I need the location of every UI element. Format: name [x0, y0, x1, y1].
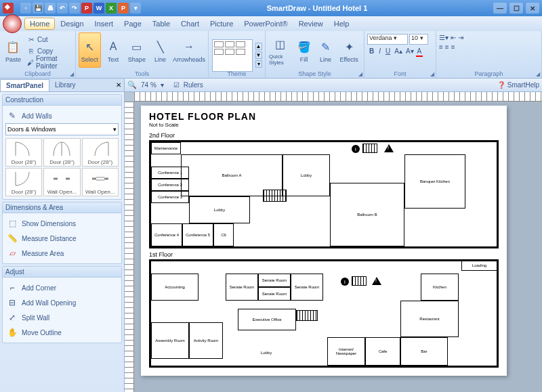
select-button[interactable]: ↖Select: [79, 32, 101, 68]
tab-help[interactable]: Help: [329, 18, 355, 30]
tab-design[interactable]: Design: [55, 18, 89, 30]
format-painter-button[interactable]: 🖌Format Painter: [25, 57, 72, 68]
maximize-button[interactable]: ☐: [509, 3, 523, 14]
arrowheads-button[interactable]: →Arrowheads: [173, 32, 205, 68]
app-menu-button[interactable]: [3, 14, 22, 33]
tab-picture[interactable]: Picture: [205, 18, 238, 30]
indent-left-button[interactable]: ⇤: [451, 34, 456, 41]
qat-excel-icon[interactable]: X: [106, 3, 117, 14]
tab-powerpoint[interactable]: PowerPoint®: [238, 18, 293, 30]
shape-line-button[interactable]: ✎Line: [316, 32, 336, 68]
tab-chart[interactable]: Chart: [175, 18, 205, 30]
theme-down-icon[interactable]: ▼: [255, 51, 262, 59]
room-banquet: Banquet Kitchen: [404, 154, 465, 209]
tab-review[interactable]: Review: [293, 18, 329, 30]
qat-redo-icon[interactable]: ↷: [69, 3, 80, 14]
quick-styles-button[interactable]: ◫Quick Styles: [268, 32, 293, 68]
qat-undo-icon[interactable]: ↶: [57, 3, 68, 14]
ribbon-group-tools: ↖Select AText ▭Shape ╲Line →Arrowheads T…: [76, 31, 209, 78]
room-conf2: Conference 2: [151, 179, 189, 191]
room-conf1: Conference 1: [151, 167, 189, 179]
add-corner-button[interactable]: ⌐Add Corner: [5, 280, 119, 295]
qat-ppt-icon[interactable]: P: [118, 3, 129, 14]
panel-close-icon[interactable]: ✕: [113, 81, 124, 89]
shape-door-4[interactable]: Door (28"): [5, 168, 42, 196]
add-wall-opening-button[interactable]: ⊟Add Wall Opening: [5, 295, 119, 310]
align-center-button[interactable]: ≡: [445, 43, 449, 51]
effects-button[interactable]: ✦Effects: [337, 32, 361, 68]
add-walls-button[interactable]: ✎Add Walls: [5, 108, 119, 123]
cut-button[interactable]: ✂Cut: [25, 34, 72, 45]
font-color-button[interactable]: A: [416, 47, 423, 57]
grow-font-button[interactable]: A▴: [393, 47, 404, 57]
zoom-icon[interactable]: 🔍: [127, 81, 137, 89]
doors-windows-dropdown[interactable]: Doors & Windows▾: [5, 123, 119, 135]
measure-distance-button[interactable]: 📏Measure Distance: [5, 231, 119, 246]
shapestyle-launcher[interactable]: ◢: [358, 71, 362, 77]
effects-icon: ✦: [341, 39, 357, 55]
align-left-button[interactable]: ≡: [439, 43, 443, 51]
qat-print-icon[interactable]: 🖶: [45, 3, 56, 14]
font-size-select[interactable]: 10 ▾: [409, 34, 428, 45]
fill-button[interactable]: 🪣Fill: [294, 32, 314, 68]
underline-button[interactable]: U: [383, 47, 392, 57]
qat-word-icon[interactable]: W: [93, 3, 104, 14]
zoom-value[interactable]: 74 %: [141, 81, 157, 89]
document-page[interactable]: HOTEL FLOOR PLAN Not to Scale 2nd Floor …: [141, 106, 507, 376]
window-title: SmartDraw - Untitled Hotel 1: [141, 4, 493, 12]
split-wall-button[interactable]: ⤢Split Wall: [5, 310, 119, 325]
room-conf4: Conference 4: [151, 223, 182, 246]
copy-icon: ⎘: [27, 47, 35, 55]
theme-up-icon[interactable]: ▲: [255, 43, 262, 50]
rulers-checkbox[interactable]: Rulers: [184, 81, 203, 89]
theme-more-icon[interactable]: ▾: [255, 60, 262, 68]
tab-table[interactable]: Table: [147, 18, 175, 30]
stairs-1f: [352, 276, 367, 286]
floorplan-1st[interactable]: Accounting Senate Room Senate Room Senat…: [149, 259, 499, 368]
shrink-font-button[interactable]: A▾: [404, 47, 415, 57]
measure-area-button[interactable]: ▱Measure Area: [5, 246, 119, 261]
zoom-dropdown-icon[interactable]: ▾: [161, 81, 164, 89]
align-right-button[interactable]: ≡: [451, 43, 455, 51]
bold-button[interactable]: B: [367, 47, 376, 57]
qat-new-icon[interactable]: ▫: [20, 3, 31, 14]
canvas-area: 🔍 74 % ▾ ☑ Rulers ❓SmartHelp HOTEL FLOOR…: [125, 79, 542, 392]
clipboard-launcher[interactable]: ◢: [70, 71, 74, 77]
room-activity: Activity Room: [189, 322, 223, 359]
qat-pdf-icon[interactable]: P: [81, 3, 92, 14]
app-icon[interactable]: [3, 3, 14, 14]
text-button[interactable]: AText: [102, 32, 125, 68]
font-family-select[interactable]: Verdana ▾: [367, 34, 408, 45]
select-icon: ↖: [81, 39, 98, 55]
paste-button[interactable]: 📋 Paste: [3, 32, 24, 68]
qat-dropdown-icon[interactable]: ▾: [130, 3, 141, 14]
qat-save-icon[interactable]: 💾: [33, 3, 43, 14]
quick-access-toolbar: ▫ 💾 🖶 ↶ ↷ P W X P ▾: [20, 3, 141, 14]
smarthelp-button[interactable]: ❓SmartHelp: [497, 81, 539, 89]
tab-page[interactable]: Page: [119, 18, 147, 30]
tab-insert[interactable]: Insert: [89, 18, 119, 30]
tab-library[interactable]: Library: [49, 79, 81, 91]
paste-icon: 📋: [5, 39, 21, 55]
floorplan-2nd[interactable]: Maintenance Ballroom A Lobby Conference …: [149, 140, 499, 248]
indent-right-button[interactable]: ⇥: [458, 34, 463, 41]
shape-wall-open-2[interactable]: Wall Open...: [82, 168, 119, 196]
tab-smartpanel[interactable]: SmartPanel: [0, 79, 49, 91]
minimize-button[interactable]: —: [493, 3, 507, 14]
shape-door-2[interactable]: Door (28"): [43, 138, 80, 167]
line-button[interactable]: ╲Line: [149, 32, 171, 68]
tab-home[interactable]: Home: [24, 18, 55, 30]
shape-wall-open-1[interactable]: Wall Open...: [43, 168, 80, 196]
italic-button[interactable]: I: [377, 47, 383, 57]
move-outline-button[interactable]: ✋Move Outline: [5, 325, 119, 340]
show-dimensions-button[interactable]: ⬚Show Dimensions: [5, 216, 119, 231]
bullets-button[interactable]: ☰▾: [439, 34, 449, 41]
close-button[interactable]: ✕: [526, 3, 539, 14]
canvas[interactable]: HOTEL FLOOR PLAN Not to Scale 2nd Floor …: [134, 102, 542, 392]
paragraph-launcher[interactable]: ◢: [536, 71, 540, 77]
shape-button[interactable]: ▭Shape: [126, 32, 148, 68]
shape-door-1[interactable]: Door (28"): [5, 138, 42, 167]
font-launcher[interactable]: ◢: [430, 71, 434, 77]
theme-gallery[interactable]: [212, 39, 253, 72]
shape-door-3[interactable]: Door (28"): [82, 138, 119, 167]
